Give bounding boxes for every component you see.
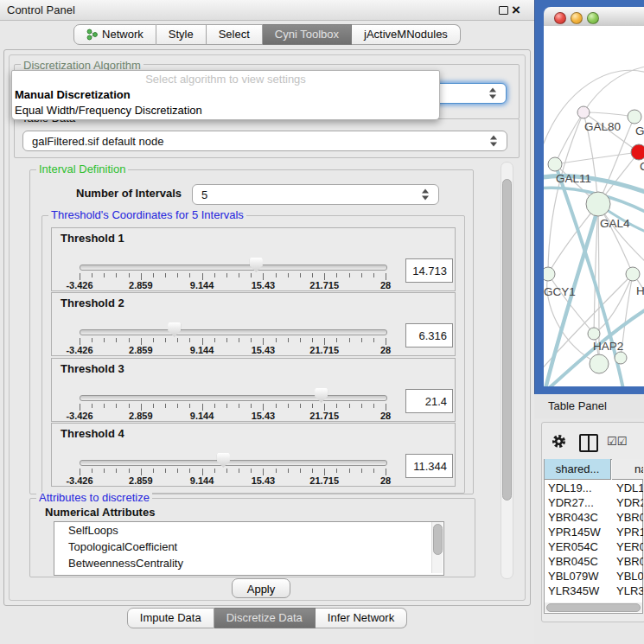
algorithm-popup: Select algorithm to view settings Manual… [11, 70, 440, 120]
minimize-traffic-light-icon[interactable] [571, 12, 583, 24]
cell-shared-name: YDR27... [545, 495, 612, 510]
cell-shared-name: YDL19... [545, 481, 612, 495]
node-label: HAP2 [593, 340, 623, 353]
network-node-ga[interactable] [628, 110, 641, 124]
tick-mark [239, 338, 239, 342]
tick-mark [263, 338, 264, 345]
attributes-group-label: Attributes to discretize [36, 492, 152, 504]
network-node-gal11[interactable] [548, 157, 562, 171]
bottom-tab-discretize-data[interactable]: Discretize Data [214, 608, 316, 628]
column-header-shared-name[interactable]: shared... [545, 459, 611, 480]
threshold-value-field[interactable]: 21.4 [405, 389, 453, 413]
list-item-topologicalcoefficient[interactable]: TopologicalCoefficient [54, 539, 443, 555]
slider-track[interactable] [80, 265, 387, 271]
control-panel: Control Panel × NetworkStyleSelectCyni T… [0, 0, 534, 644]
thresholds-group-label: Threshold's Coordinates for 5 Intervals [48, 209, 246, 221]
popup-hint: Select algorithm to view settings [12, 71, 439, 87]
column-header-name[interactable]: na [612, 459, 643, 480]
network-node-gal4[interactable] [586, 192, 610, 216]
tab-cyni-toolbox[interactable]: Cyni Toolbox [263, 24, 352, 45]
table-row[interactable]: YBR043CYBR0 [545, 510, 643, 525]
tab-style[interactable]: Style [156, 24, 207, 45]
threshold-label: Threshold 2 [61, 296, 124, 309]
main-scrollbar-thumb[interactable] [502, 179, 512, 501]
tick-mark [214, 338, 215, 342]
tab-select[interactable]: Select [207, 24, 263, 45]
tick-mark [239, 469, 239, 473]
tick-label: 15.43 [233, 280, 293, 290]
threshold-value-field[interactable]: 6.316 [405, 323, 453, 348]
tab-label: Select [219, 25, 250, 44]
tick-mark [104, 273, 105, 277]
tab-network[interactable]: Network [73, 24, 156, 45]
tick-mark [373, 338, 374, 342]
popup-item-equal-width-frequency-discretization[interactable]: Equal Width/Frequency Discretization [12, 103, 439, 118]
list-scrollbar-thumb[interactable] [433, 524, 443, 555]
table-row[interactable]: YIL052CYIL0 [545, 598, 643, 602]
tick-label: -3.426 [49, 345, 110, 355]
checkboxes-icon[interactable]: ☑☑ [607, 435, 627, 448]
tab-label: Infer Network [328, 609, 394, 628]
close-icon[interactable]: × [512, 1, 520, 19]
list-item-selfloops[interactable]: SelfLoops [54, 522, 443, 539]
tick-label: 21.715 [294, 475, 354, 486]
tick-mark [276, 469, 277, 473]
network-node-hap2[interactable] [588, 328, 600, 340]
apply-button[interactable]: Apply [232, 578, 290, 598]
network-canvas[interactable]: GAL80GACGAL11GAL4GCY1HHAP2 [544, 26, 644, 386]
tick-mark [361, 338, 362, 342]
table-data-combo[interactable]: galFiltered.sif default node [22, 131, 507, 151]
table-rows: YDL19...YDL1YDR27...YDR2YBR043CYBR0YPR14… [545, 481, 643, 602]
slider-track[interactable] [80, 395, 387, 401]
zoom-traffic-light-icon[interactable] [587, 12, 599, 24]
threshold-label: Threshold 3 [61, 362, 124, 375]
network-icon [86, 29, 98, 41]
network-node-c[interactable] [631, 144, 644, 160]
tick-mark [336, 469, 337, 473]
tick-mark [263, 469, 264, 475]
interval-group-label: Interval Definition [36, 163, 128, 175]
tick-mark [386, 469, 386, 475]
float-window-icon[interactable] [499, 6, 508, 15]
tick-mark [226, 273, 227, 277]
tick-mark [300, 273, 301, 277]
tab-jactivemnodules[interactable]: jActiveMNodules [352, 24, 461, 45]
tick-mark [116, 469, 117, 473]
threshold-panel-4: Threshold 4-3.4262.8599.14415.4321.71528… [51, 423, 456, 487]
table-hscrollbar-thumb[interactable] [546, 603, 641, 612]
network-node-h[interactable] [626, 267, 640, 281]
table-row[interactable]: YER054CYER0 [545, 539, 643, 554]
table-row[interactable]: YDR27...YDR2 [545, 495, 643, 510]
tick-mark [129, 404, 130, 408]
table-row[interactable]: YLR345WYLR3 [545, 583, 643, 598]
table-panel-header: Table Panel [534, 394, 644, 418]
table-row[interactable]: YBR045CYBR0 [545, 554, 643, 569]
tick-mark [349, 404, 350, 408]
bottom-tab-impute-data[interactable]: Impute Data [127, 608, 214, 628]
list-item-betweennesscentrality[interactable]: BetweennessCentrality [54, 555, 443, 571]
threshold-value-field[interactable]: 11.344 [405, 454, 453, 478]
bottom-tab-infer-network[interactable]: Infer Network [316, 608, 407, 628]
attributes-list[interactable]: SelfLoopsTopologicalCoefficientBetweenne… [54, 521, 444, 576]
tick-mark [276, 273, 277, 277]
table-row[interactable]: YDL19...YDL1 [545, 481, 643, 495]
tick-mark [251, 404, 252, 408]
table-row[interactable]: YBL079WYBL0 [545, 569, 643, 583]
node-label: C [640, 160, 644, 173]
num-intervals-spinner[interactable]: 5 [192, 184, 439, 205]
table-row[interactable]: YPR145WYPR1 [545, 525, 643, 539]
table-panel-title: Table Panel [548, 394, 607, 418]
slider-track[interactable] [80, 329, 387, 335]
network-node-gal80[interactable] [577, 106, 590, 118]
tick-mark [288, 469, 289, 473]
close-traffic-light-icon[interactable] [554, 12, 566, 24]
network-node-gcy1[interactable] [544, 267, 555, 281]
popup-item-manual-discretization[interactable]: Manual Discretization [12, 87, 439, 103]
network-node[interactable] [590, 354, 609, 373]
columns-icon[interactable] [579, 434, 598, 452]
gear-icon[interactable] [552, 434, 566, 449]
slider-track[interactable] [80, 460, 387, 466]
threshold-value-field[interactable]: 14.713 [405, 258, 453, 283]
tick-mark [324, 404, 325, 411]
network-node[interactable] [615, 352, 627, 364]
